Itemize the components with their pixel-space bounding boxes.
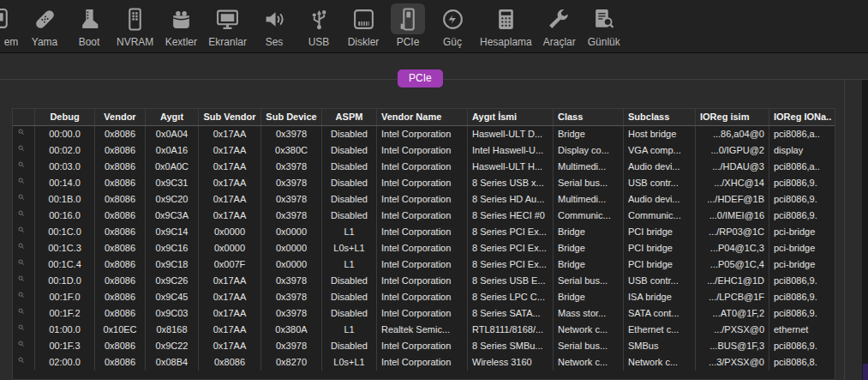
cell-ioreg_isim: ...P04@1C,3	[696, 240, 769, 256]
cell-ioreg_ioname: pci8086,9.	[769, 305, 836, 322]
cell-debug: 00:14.0	[35, 175, 95, 191]
row-search-icon[interactable]	[13, 305, 35, 322]
cell-aspm: L0s+L1	[322, 240, 377, 256]
toolbar-item-pcie[interactable]: PCIe	[386, 0, 430, 48]
cell-vendor_name: Intel Corporation	[377, 175, 468, 191]
pcie-table: DebugVendorAygıtSub VendorSub DeviceASPM…	[12, 108, 835, 380]
table-row[interactable]: 00:00.00x80860x0A040x17AA0x3978DisabledI…	[13, 126, 835, 142]
toolbar-item-nvram[interactable]: NVRAM	[111, 0, 159, 48]
toolbar-item-ses[interactable]: Ses	[252, 0, 296, 48]
pcie-tab-badge[interactable]: PCIe	[398, 69, 443, 87]
cell-sub_device: 0x0000	[261, 240, 322, 256]
cell-vendor: 0x8086	[95, 126, 146, 142]
table-row[interactable]: 00:1C.30x80860x9C160x00000x0000L0s+L1Int…	[13, 240, 835, 256]
cell-vendor: 0x8086	[95, 142, 146, 159]
cell-vendor: 0x8086	[95, 354, 146, 371]
cell-aygit: 0x9C31	[146, 175, 199, 191]
column-header-vendor_name[interactable]: Vendor Name	[377, 109, 468, 125]
column-header-ioreg_isim[interactable]: IOReg isim	[696, 109, 769, 125]
toolbar-item-hesaplama[interactable]: Hesaplama	[475, 0, 537, 48]
toolbar-item-guc[interactable]: Güç	[430, 0, 475, 48]
cell-sub_device: 0x3978	[261, 159, 322, 175]
toolbar-item-gunluk[interactable]: Günlük	[582, 0, 626, 48]
cell-subclass: Communic...	[624, 208, 696, 224]
cell-class: Serial bus...	[554, 338, 624, 354]
row-search-icon[interactable]	[13, 354, 35, 371]
cell-class: Bridge	[554, 224, 624, 240]
purple-accent-sliver	[863, 364, 868, 380]
row-search-icon[interactable]	[13, 175, 35, 191]
toolbar-item-ekranlar[interactable]: Ekranlar	[203, 0, 252, 48]
toolbar-item-label: Araçlar	[543, 36, 576, 48]
cell-debug: 00:1B.0	[35, 191, 95, 208]
table-row[interactable]: 00:1B.00x80860x9C200x17AA0x3978DisabledI…	[13, 191, 835, 208]
toolbar-item-usb[interactable]: USB	[296, 0, 341, 48]
toolbar-item-sistem[interactable]: em	[0, 0, 22, 48]
column-header-aspm[interactable]: ASPM	[322, 109, 377, 125]
toolbar-item-kextler[interactable]: Kextler	[159, 0, 203, 48]
cell-ioreg_ioname: pci-bridge	[769, 224, 836, 240]
cell-ioreg_isim: ...P05@1C,4	[696, 256, 769, 273]
cell-vendor_name: Intel Corporation	[377, 240, 468, 256]
row-search-icon[interactable]	[13, 126, 35, 142]
row-search-icon[interactable]	[13, 208, 35, 224]
column-header-sub_vendor[interactable]: Sub Vendor	[199, 109, 261, 125]
cell-sub_vendor: 0x17AA	[199, 338, 261, 354]
row-search-icon[interactable]	[13, 142, 35, 159]
toolbar-item-label: Yama	[32, 36, 57, 48]
cell-aygit: 0x9C22	[146, 338, 199, 354]
display-icon	[211, 3, 245, 34]
table-row[interactable]: 02:00.00x80860x08B40x80860x8270L0s+L1Int…	[13, 354, 835, 371]
table-row[interactable]: 00:1C.00x80860x9C140x00000x0000L1Intel C…	[13, 224, 835, 240]
cell-ioreg_ioname: display	[769, 142, 836, 159]
table-row[interactable]: 00:03.00x80860x0A0C0x17AA0x3978DisabledI…	[13, 159, 835, 175]
row-search-icon[interactable]	[13, 159, 35, 175]
row-search-icon[interactable]	[13, 224, 35, 240]
cell-ioreg_ioname: pci8086,9.	[769, 175, 836, 191]
cell-sub_vendor: 0x17AA	[199, 191, 261, 208]
cell-subclass: VGA comp...	[624, 142, 696, 159]
cell-subclass: USB contr...	[624, 175, 696, 191]
table-row[interactable]: 00:14.00x80860x9C310x17AA0x3978DisabledI…	[13, 175, 835, 191]
column-header-aygit[interactable]: Aygıt	[146, 109, 199, 125]
row-search-icon[interactable]	[13, 256, 35, 273]
row-search-icon[interactable]	[13, 240, 35, 256]
cell-aygit_ismi: 8 Series PCI Ex...	[468, 224, 554, 240]
column-header-subclass[interactable]: Subclass	[624, 109, 696, 125]
table-row[interactable]: 00:1F.20x80860x9C030x17AA0x3978DisabledI…	[13, 305, 835, 322]
cell-class: Multimedi...	[554, 191, 624, 208]
cell-vendor_name: Intel Corporation	[377, 256, 468, 273]
column-header-class[interactable]: Class	[554, 109, 624, 125]
toolbar-item-diskler[interactable]: Diskler	[341, 0, 386, 48]
toolbar-item-yama[interactable]: Yama	[22, 0, 67, 48]
cell-aygit_ismi: Intel Haswell-U...	[468, 142, 554, 159]
column-header-search[interactable]	[13, 109, 35, 125]
toolbar-item-araclar[interactable]: Araçlar	[537, 0, 582, 48]
column-header-debug[interactable]: Debug	[35, 109, 95, 125]
wrench-icon	[542, 3, 577, 34]
table-row[interactable]: 00:16.00x80860x9C3A0x17AA0x3978DisabledI…	[13, 208, 835, 224]
row-search-icon[interactable]	[13, 191, 35, 208]
cell-debug: 00:00.0	[35, 126, 95, 142]
toolbar-item-label: Hesaplama	[480, 36, 532, 48]
cell-sub_device: 0x3978	[261, 305, 322, 322]
row-search-icon[interactable]	[13, 273, 35, 289]
cell-ioreg_isim: ...86,a04@0	[696, 126, 769, 142]
table-row[interactable]: 00:02.00x80860x0A160x17AA0x380CDisabledI…	[13, 142, 835, 159]
table-row[interactable]: 00:1F.00x80860x9C450x17AA0x3978DisabledI…	[13, 289, 835, 305]
column-header-sub_device[interactable]: Sub Device	[261, 109, 322, 125]
cell-ioreg_ioname: pci8086,9.	[769, 208, 836, 224]
toolbar-item-boot[interactable]: Boot	[67, 0, 111, 48]
row-search-icon[interactable]	[13, 322, 35, 338]
table-row[interactable]: 00:1F.30x80860x9C220x17AA0x3978DisabledI…	[13, 338, 835, 354]
table-row[interactable]: 01:00.00x10EC0x81680x17AA0x380AL1Realtek…	[13, 322, 835, 338]
row-search-icon[interactable]	[13, 289, 35, 305]
row-search-icon[interactable]	[13, 338, 35, 354]
column-header-aygit_ismi[interactable]: Aygıt İsmi	[468, 109, 554, 125]
column-header-vendor[interactable]: Vendor	[95, 109, 146, 125]
table-row[interactable]: 00:1D.00x80860x9C260x17AA0x3978DisabledI…	[13, 273, 835, 289]
cell-aygit: 0x0A16	[146, 142, 199, 159]
column-header-ioreg_ioname[interactable]: IOReg IONa..	[769, 109, 836, 125]
table-row[interactable]: 00:1C.40x80860x9C180x007F0x0000L1Intel C…	[13, 256, 835, 273]
cell-vendor_name: Intel Corporation	[377, 142, 468, 159]
